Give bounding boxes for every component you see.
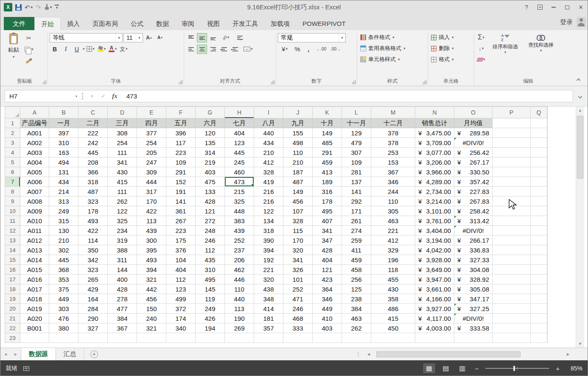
cell-H1[interactable]: 七月 xyxy=(225,118,254,128)
maximize-button[interactable] xyxy=(560,0,574,14)
cell-O15[interactable]: ¥327.33 xyxy=(454,255,493,265)
cell-O13[interactable]: ¥266.17 xyxy=(454,236,493,245)
sheet-tab-summary[interactable]: 汇总 xyxy=(56,348,84,360)
cell-D18[interactable]: 428 xyxy=(108,284,137,294)
cell-P1[interactable] xyxy=(493,118,531,128)
cell-N19[interactable]: ¥4,166.00 xyxy=(415,294,454,304)
column-header-P[interactable]: P xyxy=(493,107,531,118)
cell-L21[interactable]: 463 xyxy=(342,314,371,323)
cell-overflow-8[interactable] xyxy=(547,187,548,196)
cell-G16[interactable]: 310 xyxy=(196,265,225,275)
scroll-up-button[interactable]: ▲ xyxy=(576,107,584,114)
cell-partial-row[interactable] xyxy=(283,333,313,343)
cell-N14[interactable]: ¥4,042.00 xyxy=(415,245,454,255)
vertical-scrollbar[interactable]: ▲ ▼ xyxy=(576,107,584,348)
cell-I5[interactable]: 412 xyxy=(254,157,283,167)
cell-P11[interactable] xyxy=(493,216,531,226)
cell-E9[interactable]: 170 xyxy=(137,196,166,206)
cell-F8[interactable]: 191 xyxy=(166,187,196,196)
cell-F11[interactable]: 267 xyxy=(166,216,196,226)
column-header-K[interactable]: K xyxy=(313,107,342,118)
cell-J9[interactable]: 456 xyxy=(283,196,313,206)
cell-I6[interactable]: 328 xyxy=(254,167,283,177)
cell-partial-row[interactable] xyxy=(531,333,547,343)
scroll-left-button[interactable]: ◄ xyxy=(364,352,373,356)
tab-splitter-handle[interactable]: ⋮ xyxy=(352,351,364,357)
cell-F5[interactable]: 109 xyxy=(166,157,196,167)
cell-O4[interactable]: ¥256.42 xyxy=(454,148,493,157)
cell-B11[interactable]: 315 xyxy=(49,216,78,226)
cell-I9[interactable]: 216 xyxy=(254,196,283,206)
cell-J7[interactable]: 487 xyxy=(283,177,313,187)
cell-A19[interactable]: A018 xyxy=(20,294,49,304)
cell-H20[interactable]: 113 xyxy=(225,304,254,314)
scroll-right-button[interactable]: ► xyxy=(564,352,572,356)
cell-F16[interactable]: 404 xyxy=(166,265,196,275)
cell-C10[interactable]: 178 xyxy=(78,206,108,216)
cell-overflow-20[interactable] xyxy=(547,304,548,314)
cell-P14[interactable] xyxy=(493,245,531,255)
cell-O12[interactable]: #DIV/0! xyxy=(454,226,493,236)
cell-N1[interactable]: 销售总计 xyxy=(415,118,454,128)
cancel-entry-button[interactable]: × xyxy=(86,90,98,102)
cell-G8[interactable]: 133 xyxy=(196,187,225,196)
tab-powerpivot[interactable]: POWERPIVOT xyxy=(296,17,352,30)
cell-B21[interactable]: 476 xyxy=(49,314,78,323)
cell-P15[interactable] xyxy=(493,255,531,265)
column-header-G[interactable]: G xyxy=(196,107,225,118)
cell-partial-row[interactable] xyxy=(493,333,531,343)
previous-sheet-button[interactable]: ◄ xyxy=(0,352,11,356)
cell-overflow-9[interactable] xyxy=(547,196,548,206)
cell-O11[interactable]: ¥313.42 xyxy=(454,216,493,226)
cell-E7[interactable]: 444 xyxy=(137,177,166,187)
cell-Q22[interactable] xyxy=(531,323,547,333)
cell-I14[interactable]: 394 xyxy=(254,245,283,255)
cell-G7[interactable]: 475 xyxy=(196,177,225,187)
cell-F18[interactable]: 123 xyxy=(166,284,196,294)
cell-O19[interactable]: ¥347.17 xyxy=(454,294,493,304)
cell-B9[interactable]: 313 xyxy=(49,196,78,206)
insert-cells-button[interactable]: 插入▾ xyxy=(430,32,472,43)
cell-P18[interactable] xyxy=(493,284,531,294)
normal-view-button[interactable]: ▦ xyxy=(423,364,435,373)
cell-E2[interactable]: 377 xyxy=(137,128,166,138)
cell-partial-row[interactable] xyxy=(78,333,108,343)
page-break-preview-button[interactable]: ▥ xyxy=(456,364,468,373)
cell-D13[interactable]: 319 xyxy=(108,236,137,245)
cell-G6[interactable]: 403 xyxy=(196,167,225,177)
cell-J10[interactable]: 107 xyxy=(283,206,313,216)
cell-M8[interactable]: 244 xyxy=(371,187,415,196)
cell-partial-row[interactable] xyxy=(196,333,225,343)
cell-P16[interactable] xyxy=(493,265,531,275)
cell-H21[interactable]: 190 xyxy=(225,314,254,323)
cell-M16[interactable]: 118 xyxy=(371,265,415,275)
cell-O7[interactable]: ¥357.42 xyxy=(454,177,493,187)
cell-H13[interactable]: 252 xyxy=(225,236,254,245)
cell-I7[interactable]: 419 xyxy=(254,177,283,187)
cell-A7[interactable]: A006 xyxy=(20,177,49,187)
cell-B1[interactable]: 一月 xyxy=(49,118,78,128)
cell-K12[interactable]: 341 xyxy=(313,226,342,236)
cell-B22[interactable]: 380 xyxy=(49,323,78,333)
row-header-11[interactable]: 11 xyxy=(5,216,20,226)
cell-A9[interactable]: A008 xyxy=(20,196,49,206)
cell-O3[interactable]: #DIV/0! xyxy=(454,138,493,148)
cell-D21[interactable]: 384 xyxy=(108,314,137,323)
row-header-1[interactable]: 1 xyxy=(5,118,20,128)
cell-partial-row[interactable] xyxy=(371,333,415,343)
orientation-button[interactable]: ab▾ xyxy=(219,33,232,42)
cell-G13[interactable]: 246 xyxy=(196,236,225,245)
cell-L12[interactable]: 274 xyxy=(342,226,371,236)
cell-E19[interactable]: 456 xyxy=(137,294,166,304)
cell-L6[interactable]: 281 xyxy=(342,167,371,177)
cell-J17[interactable]: 101 xyxy=(283,275,313,284)
cell-Q10[interactable] xyxy=(531,206,547,216)
cell-K10[interactable]: 495 xyxy=(313,206,342,216)
cell-H8[interactable]: 215 xyxy=(225,187,254,196)
cell-L14[interactable]: 411 xyxy=(342,245,371,255)
cell-M17[interactable]: 455 xyxy=(371,275,415,284)
cell-overflow-13[interactable] xyxy=(547,236,548,245)
cell-G15[interactable]: 435 xyxy=(196,255,225,265)
font-size-combo[interactable]: 11▾ xyxy=(123,33,143,42)
cell-M5[interactable]: 153 xyxy=(371,157,415,167)
